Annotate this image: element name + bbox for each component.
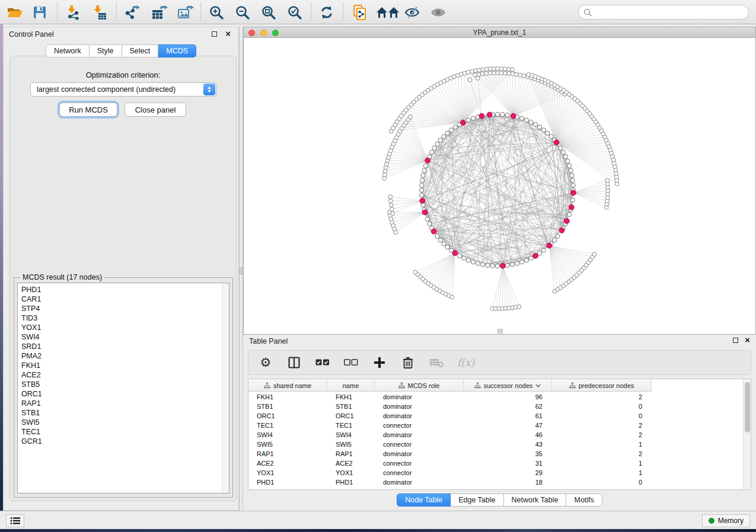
zoom-out-button[interactable] [232,2,253,22]
task-history-button[interactable] [6,514,24,527]
mcds-result-item[interactable]: STP4 [21,304,221,313]
column-header-name[interactable]: name [327,379,375,392]
table-row[interactable]: ACE2ACE2connector311 [248,459,743,468]
zoom-in-button[interactable] [206,2,227,22]
zoom-fit-button[interactable] [259,2,279,22]
mcds-result-item[interactable]: ACE2 [21,370,221,380]
columns-icon [288,357,300,368]
optimization-criterion-select[interactable]: largest connected component (undirected) [30,82,216,97]
optimization-criterion-label: Optimization criterion: [10,70,236,79]
mcds-result-item[interactable]: TEC1 [21,427,221,437]
toolbar-separator [200,3,201,21]
export-table-button[interactable] [149,2,170,22]
mcds-result-item[interactable]: RAP1 [21,399,221,408]
column-header-predecessor-nodes[interactable]: predecessor nodes [552,379,652,392]
check-all-icon [315,359,330,366]
network-window-titlebar[interactable]: YPA_prune.txt_1 [244,27,755,38]
show-eye-button[interactable] [428,2,448,22]
floppy-disk-icon [33,5,47,20]
export-network-button[interactable] [122,2,142,22]
shared-column-icon [569,382,576,389]
add-column-button[interactable] [372,355,387,370]
table-row[interactable]: SWI4SWI4dominator462 [248,430,743,440]
column-header-shared-name[interactable]: shared name [248,379,327,392]
zoom-out-icon [235,5,250,20]
table-cell: SWI4 [327,430,375,440]
tab-network[interactable]: Network [46,44,90,57]
mcds-result-item[interactable]: SWI5 [21,418,221,427]
memory-button[interactable]: Memory [702,514,750,527]
mcds-result-item[interactable]: YOX1 [21,323,221,332]
table-scrollbar-thumb[interactable] [745,382,750,432]
float-window-icon[interactable] [212,31,217,37]
zoom-selected-button[interactable] [285,2,305,22]
table-row[interactable]: STB1STB1dominator620 [248,402,743,411]
tab-node-table[interactable]: Node Table [397,493,451,507]
list-icon [10,517,20,525]
toolbar-separator [311,3,311,21]
table-cell: TEC1 [248,421,327,430]
table-row[interactable]: PHD1PHD1dominator180 [248,477,743,487]
export-image-button[interactable] [176,2,196,22]
mcds-result-item[interactable]: PHD1 [21,285,221,294]
refresh-layout-button[interactable] [317,2,337,22]
table-cell: STB1 [327,402,375,411]
tab-select[interactable]: Select [122,44,159,57]
select-all-button[interactable] [315,355,330,370]
close-panel-icon[interactable]: × [225,29,231,39]
column-header-successor-nodes[interactable]: successor nodes [464,379,552,392]
splitter-handle[interactable] [240,267,243,275]
open-file-button[interactable] [5,2,25,22]
table-row[interactable]: ORC1ORC1dominator610 [248,411,743,421]
zoom-fit-icon [261,5,276,20]
mcds-result-item[interactable]: STB1 [21,408,221,418]
table-row[interactable]: SWI5SWI5connector431 [248,440,743,449]
node-table[interactable]: shared namenameMCDS rolesuccessor nodesp… [248,379,751,490]
deselect-all-button[interactable] [343,355,359,370]
network-canvas[interactable] [244,38,755,334]
mcds-result-item[interactable]: GCR1 [21,437,221,446]
table-row[interactable]: FKH1FKH1dominator962 [248,392,743,402]
table-row[interactable]: RAP1RAP1dominator352 [248,449,743,459]
main-toolbar [0,0,756,24]
control-panel-header: Control Panel × [4,27,238,41]
mcds-result-item[interactable]: SRD1 [21,342,221,351]
mcds-result-item[interactable]: TID3 [21,313,221,323]
run-mcds-button[interactable]: Run MCDS [59,102,117,117]
mcds-result-item[interactable]: ORC1 [21,389,221,399]
mcds-result-item[interactable]: STB5 [21,380,221,389]
hide-eye-button[interactable] [402,2,422,22]
mcds-result-item[interactable]: CAR1 [21,294,221,304]
import-table-button[interactable] [89,2,109,22]
table-row[interactable]: YOX1YOX1connector291 [248,468,743,477]
tab-motifs[interactable]: Motifs [566,493,602,507]
mcds-result-item[interactable]: FKH1 [21,361,221,370]
status-bar: Memory [0,511,756,529]
table-settings-button[interactable]: ⚙ [258,355,273,370]
tab-network-table[interactable]: Network Table [504,493,567,507]
delete-column-button[interactable] [400,355,416,370]
tab-style[interactable]: Style [90,44,122,57]
mcds-result-item[interactable]: SWI4 [21,332,221,342]
save-session-button[interactable] [30,2,50,22]
close-table-panel-icon[interactable]: × [745,335,750,345]
uncheck-all-icon [344,359,358,366]
vertical-splitter[interactable] [239,27,243,511]
tab-mcds[interactable]: MCDS [158,44,196,57]
float-table-panel-icon[interactable] [733,338,738,343]
table-scrollbar[interactable] [743,379,751,489]
search-box[interactable] [578,5,749,20]
mcds-result-list[interactable]: PHD1CAR1STP4TID3YOX1SWI4SRD1PMA2FKH1ACE2… [17,283,229,493]
table-row[interactable]: TEC1TEC1connector472 [248,421,743,430]
column-header-MCDS-role[interactable]: MCDS role [375,379,464,392]
clone-network-button[interactable] [350,2,370,22]
mcds-result-item[interactable]: PMA2 [21,351,221,361]
horizontal-splitter-handle[interactable] [497,329,503,334]
show-columns-button[interactable] [286,355,302,370]
import-network-button[interactable] [63,2,83,22]
close-panel-button[interactable]: Close panel [125,102,186,117]
mcds-list-scrollbar[interactable] [222,283,229,493]
tab-edge-table[interactable]: Edge Table [451,493,503,507]
search-input[interactable] [595,8,744,17]
home-pages-button[interactable] [375,2,401,22]
